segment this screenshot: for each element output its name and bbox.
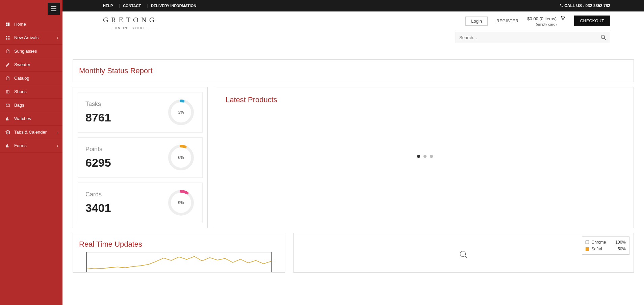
cart-sub: (empty card) [527,22,565,26]
browser-share-panel: Chrome100%Safari50% [293,233,634,273]
stat-value: 6295 [85,156,111,169]
account-row: Login REGISTER $0.00 (0 items) (empty ca… [465,16,610,26]
legend-swatch [586,241,589,244]
logo-subtitle: ONLINE STORE [103,26,157,30]
svg-point-2 [601,35,605,39]
separator: | [119,3,120,8]
stat-text: Points6295 [85,146,111,169]
logo[interactable]: GRETONG ONLINE STORE [103,16,157,30]
sidebar-item-new-arrivals[interactable]: New Arrivals› [0,31,62,45]
sidebar-item-label: Tabs & Calender [14,130,47,135]
main: HELP | CONTACT | DELIVERY INFORMATION CA… [62,0,644,286]
sidebar-item-label: New Arrivals [14,35,38,40]
stat-card-points: Points62956% [78,137,203,178]
bar-chart-icon [5,116,11,121]
separator: | [147,3,148,8]
sidebar-item-shoes[interactable]: Shoes [0,85,62,99]
bar-chart-icon [5,143,11,148]
donut-chart: 6% [167,144,195,171]
search-bar[interactable] [456,32,610,43]
call-label: CALL US : 032 2352 782 [564,3,610,8]
carousel-dot-3[interactable] [430,155,433,158]
legend-percent: 100% [609,240,626,245]
mail-icon [5,103,11,107]
content: Monthly Status Report Tasks87613%Points6… [62,59,644,286]
register-link[interactable]: REGISTER [496,19,518,23]
sidebar-item-bags[interactable]: Bags [0,99,62,112]
header: GRETONG ONLINE STORE Login REGISTER $0.0… [62,11,644,53]
search-icon[interactable] [600,34,607,40]
stat-card-tasks: Tasks87613% [78,92,203,133]
phone-icon [560,3,564,8]
sidebar-item-label: Shoes [14,89,27,94]
hamburger-toggle[interactable] [48,3,60,15]
legend-percent: 50% [611,247,626,251]
donut-chart: 9% [167,189,195,217]
sidebar-item-catalog[interactable]: Catalog [0,72,62,85]
call-us: CALL US : 032 2352 782 [560,3,610,8]
sidebar-item-forms[interactable]: Forms› [0,139,62,152]
legend: Chrome100%Safari50% [582,237,629,255]
updates-panel: Real Time Updates [73,233,285,273]
topbar-links: HELP | CONTACT | DELIVERY INFORMATION [103,3,199,8]
sidebar-item-label: Sweater [14,62,30,67]
cart-summary[interactable]: $0.00 (0 items) (empty card) [527,16,565,26]
donut-percent: 3% [167,99,195,126]
stat-value: 3401 [85,201,111,215]
legend-swatch [586,247,589,251]
donut-percent: 6% [167,144,195,171]
stat-label: Points [85,146,111,153]
file-icon [5,49,11,54]
cart-total: $0.00 (0 items) [527,16,557,21]
dashboard-icon [5,22,11,27]
stat-card-cards: Cards34019% [78,183,203,223]
chevron-right-icon: › [57,36,58,40]
search-input[interactable] [459,35,600,40]
monthly-title: Monthly Status Report [79,66,627,75]
legend-row-safari: Safari50% [586,246,626,252]
login-button[interactable]: Login [465,17,488,26]
topbar: HELP | CONTACT | DELIVERY INFORMATION CA… [62,0,644,11]
sidebar-item-label: Sunglasses [14,49,37,54]
sidebar: HomeNew Arrivals›SunglassesSweaterCatalo… [0,0,62,286]
sidebar-item-label: Forms [14,143,27,148]
legend-name: Chrome [592,240,606,245]
carousel-dot-1[interactable] [417,155,420,158]
latest-products-panel: Latest Products [216,87,634,228]
layers-icon [5,130,11,135]
updates-legend-row: Real Time Updates Chrome100%Safari50% [73,233,634,273]
topbar-link-help[interactable]: HELP [103,4,113,8]
magnify-icon [459,250,468,259]
sidebar-item-home[interactable]: Home [0,18,62,31]
stats-products-row: Tasks87613%Points62956%Cards34019% Lates… [73,87,634,228]
stat-text: Cards3401 [85,191,111,215]
stat-label: Tasks [85,101,111,108]
carousel-dot-2[interactable] [423,155,427,158]
book-icon [5,89,11,94]
chevron-right-icon: › [57,144,58,148]
sidebar-item-watches[interactable]: Watches [0,112,62,126]
stats-column: Tasks87613%Points62956%Cards34019% [73,87,208,228]
topbar-link-contact[interactable]: CONTACT [123,4,141,8]
pencil-icon [5,62,11,67]
stat-label: Cards [85,191,111,198]
legend-name: Safari [592,247,602,251]
sidebar-item-label: Watches [14,116,31,121]
stat-text: Tasks8761 [85,101,111,124]
chevron-right-icon: › [57,130,58,134]
sidebar-item-tabs-calender[interactable]: Tabs & Calender› [0,126,62,139]
svg-point-9 [460,251,466,257]
stat-value: 8761 [85,111,111,124]
sidebar-item-sweater[interactable]: Sweater [0,58,62,72]
svg-point-1 [563,19,564,20]
topbar-link-delivery[interactable]: DELIVERY INFORMATION [151,4,196,8]
monthly-report-panel: Monthly Status Report [73,59,634,82]
grid-icon [5,35,11,40]
sidebar-item-sunglasses[interactable]: Sunglasses [0,45,62,58]
updates-title: Real Time Updates [79,240,279,249]
file-icon [5,76,11,81]
checkout-button[interactable]: CHECKOUT [574,16,610,26]
cart-icon [560,16,565,21]
donut-percent: 9% [167,189,195,217]
sidebar-item-label: Home [14,22,26,27]
